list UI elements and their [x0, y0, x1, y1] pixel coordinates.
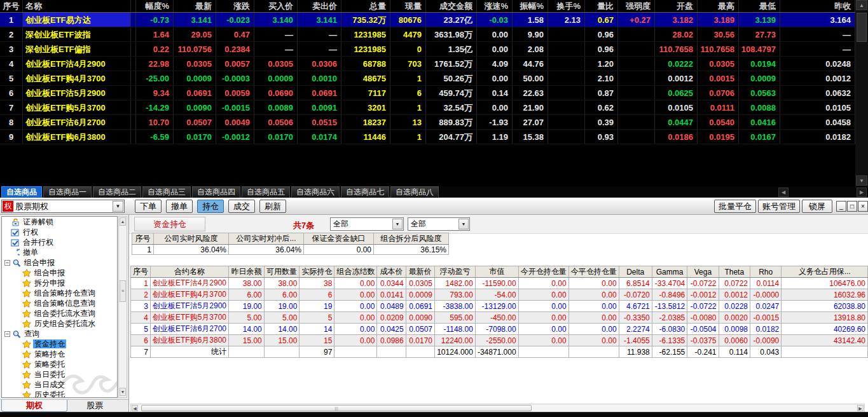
- risk-column-header[interactable]: 序号: [132, 233, 154, 245]
- watchlist-tab[interactable]: 自选商品一: [43, 186, 92, 198]
- positions-column-header[interactable]: 浮动盈亏: [435, 266, 476, 278]
- account-type-select[interactable]: 权股票期权 ▼: [1, 200, 125, 213]
- quote-row[interactable]: 8创业板ETF沽6月270010.700.05070.00490.05060.0…: [0, 115, 855, 130]
- positions-column-header[interactable]: Gamma: [652, 266, 687, 278]
- sidebar-item-策略持仓[interactable]: 策略持仓: [2, 349, 117, 359]
- tabs-scroll-left-icon[interactable]: ◀: [778, 188, 789, 197]
- quote-column-header[interactable]: 最高: [698, 0, 739, 12]
- positions-column-header[interactable]: Vega: [687, 266, 719, 278]
- positions-column-header[interactable]: 最新价: [406, 266, 434, 278]
- quote-column-header[interactable]: 序号: [0, 0, 23, 12]
- toolbar-button-锁屏[interactable]: 锁屏: [802, 200, 832, 213]
- sidebar-item-历史委托[interactable]: 历史委托: [2, 390, 117, 398]
- sidebar-item-证券解锁[interactable]: 证券解锁: [2, 217, 117, 227]
- quote-row[interactable]: 9创业板ETF购6月3800-6.590.0170-0.00120.01700.…: [0, 130, 855, 144]
- scroll-left-icon[interactable]: ◀: [132, 405, 138, 411]
- quote-column-header[interactable]: 卖出价: [298, 0, 341, 12]
- watchlist-tab[interactable]: 自选商品三: [142, 186, 191, 198]
- position-row[interactable]: 3创业板ETF沽5月290019.0019.00190.000.04890.06…: [131, 301, 868, 312]
- scrollbar-thumb[interactable]: |||: [141, 405, 532, 411]
- quote-column-header[interactable]: 涨跌: [216, 0, 254, 12]
- horizontal-scrollbar[interactable]: ◀ ||| ▶: [130, 404, 865, 413]
- sidebar-item-策略委托[interactable]: 策略委托: [2, 359, 117, 369]
- watchlist-tab[interactable]: 自选商品二: [93, 186, 141, 198]
- filter-select-1[interactable]: 全部 ▼: [330, 217, 404, 231]
- position-row[interactable]: 1创业板ETF沽4月290038.0038.00380.000.03440.03…: [131, 278, 868, 289]
- quote-column-header[interactable]: 涨速%: [477, 0, 513, 12]
- position-row[interactable]: 2创业板ETF购4月37006.006.0060.000.01410.00097…: [131, 289, 868, 301]
- chevron-down-icon[interactable]: ▼: [113, 201, 123, 212]
- toolbar-button-成交[interactable]: 成交: [228, 200, 255, 213]
- close-button[interactable]: ×: [858, 201, 868, 212]
- sidebar-item-组合申报[interactable]: −组合申报: [2, 257, 117, 268]
- positions-column-header[interactable]: 合约名称: [151, 266, 229, 278]
- sidebar-item-合并行权[interactable]: 合并行权: [2, 237, 117, 247]
- watchlist-tab[interactable]: 自选商品六: [291, 186, 340, 198]
- sidebar-item-历史组合委托流水[interactable]: 历史组合委托流水: [2, 318, 117, 329]
- quote-column-header[interactable]: 最新: [174, 0, 216, 12]
- quote-column-header[interactable]: 现量: [390, 0, 426, 12]
- quote-row[interactable]: 6创业板ETF沽5月29009.340.06910.00590.06900.06…: [0, 86, 855, 100]
- positions-column-header[interactable]: 序号: [131, 266, 151, 278]
- watchlist-tab[interactable]: 自选商品七: [341, 186, 389, 198]
- positions-column-header[interactable]: 昨日余额: [229, 266, 265, 278]
- risk-column-header[interactable]: 组合拆分后风险度: [374, 233, 449, 245]
- quote-vertical-scrollbar[interactable]: ▲ ▼: [855, 0, 868, 186]
- quote-row[interactable]: 4创业板ETF沽4月290022.980.03050.00570.03050.0…: [0, 57, 855, 71]
- sidebar-item-组合申报[interactable]: 组合申报: [2, 268, 117, 278]
- sidebar-item-组合策略持仓查询[interactable]: 组合策略持仓查询: [2, 288, 117, 298]
- scroll-right-icon[interactable]: ▶: [857, 405, 864, 411]
- watchlist-tab[interactable]: 自选商品八: [390, 186, 439, 198]
- sidebar-tab-股票[interactable]: 股票: [67, 400, 122, 412]
- sidebar-item-资金持仓[interactable]: 资金持仓: [2, 339, 117, 349]
- sidebar-item-组合策略信息查询[interactable]: 组合策略信息查询: [2, 298, 117, 308]
- quote-column-header[interactable]: 振幅%: [513, 0, 548, 12]
- risk-column-header[interactable]: 公司实时对冲后...: [229, 233, 304, 245]
- toolbar-button-下单[interactable]: 下单: [135, 200, 162, 213]
- scroll-up-icon[interactable]: ▲: [856, 0, 867, 10]
- position-row[interactable]: 7统计9710124.000-34871.00011.938-62.155-0.…: [131, 346, 868, 358]
- toolbar-button-账号管理[interactable]: 账号管理: [758, 200, 800, 213]
- quote-row[interactable]: 2深创业板ETF波指1.6429.050.47——123198544793631…: [0, 27, 855, 42]
- scroll-up-icon[interactable]: ▲: [120, 217, 126, 226]
- quote-column-header[interactable]: 名称: [23, 0, 131, 12]
- quote-row[interactable]: 3深创业板ETF偏指0.22110.07560.2384——123198501.…: [0, 42, 855, 57]
- scrollbar-thumb[interactable]: ≡: [120, 280, 126, 302]
- positions-column-header[interactable]: 可用数量: [264, 266, 300, 278]
- sidebar-item-行权[interactable]: 行权: [2, 227, 117, 237]
- sidebar-item-拆分申报[interactable]: 拆分申报: [2, 278, 117, 288]
- quote-row[interactable]: 5创业板ETF购4月3700-25.000.0009-0.00030.00090…: [0, 71, 855, 86]
- toolbar-button-刷新[interactable]: 刷新: [259, 200, 286, 213]
- quote-column-header[interactable]: 换手%: [548, 0, 585, 12]
- position-row[interactable]: 4创业板ETF购5月37005.005.0050.000.02090.00905…: [131, 312, 868, 324]
- quote-column-header[interactable]: [131, 0, 136, 12]
- toolbar-button-持仓[interactable]: 持仓: [197, 200, 224, 213]
- funds-positions-title-button[interactable]: 资金持仓: [134, 217, 205, 231]
- watchlist-tab[interactable]: 自选商品四: [192, 186, 240, 198]
- position-row[interactable]: 6创业板ETF购6月380015.0015.00150.000.09860.01…: [131, 335, 868, 346]
- tree-collapse-icon[interactable]: −: [4, 331, 10, 337]
- quote-row[interactable]: 1创业板ETF易方达-0.733.141-0.0233.1403.141735.…: [0, 13, 855, 27]
- quote-column-header[interactable]: 最低: [739, 0, 780, 12]
- toolbar-button-撤单[interactable]: 撤单: [166, 200, 193, 213]
- scroll-down-icon[interactable]: ▼: [120, 388, 126, 396]
- quote-column-header[interactable]: 买入价: [254, 0, 298, 12]
- quote-column-header[interactable]: 量比: [585, 0, 618, 12]
- quote-column-header[interactable]: 强弱度: [618, 0, 655, 12]
- positions-column-header[interactable]: Theta: [719, 266, 750, 278]
- positions-column-header[interactable]: Delta: [619, 266, 652, 278]
- positions-column-header[interactable]: 成本价: [377, 266, 406, 278]
- toolbar-button-批量平仓[interactable]: 批量平仓: [714, 200, 756, 213]
- watchlist-tab[interactable]: 自选商品: [1, 186, 42, 198]
- risk-column-header[interactable]: 保证金资金缺口: [304, 233, 374, 245]
- chevron-down-icon[interactable]: ▼: [458, 219, 469, 229]
- positions-column-header[interactable]: Rho: [750, 266, 782, 278]
- quote-row[interactable]: 7创业板ETF购5月3700-14.290.0090-0.00150.00890…: [0, 100, 855, 115]
- sidebar-item-撤单[interactable]: 撤单: [2, 247, 117, 257]
- quote-column-header[interactable]: 昨收: [780, 0, 855, 12]
- sidebar-item-当日委托[interactable]: 当日委托: [2, 369, 117, 379]
- sidebar-item-当日成交[interactable]: 当日成交: [2, 379, 117, 390]
- filter-select-2[interactable]: 全部 ▼: [408, 217, 470, 231]
- maximize-button[interactable]: □: [847, 201, 857, 212]
- tabs-scroll-right-icon[interactable]: ▶: [857, 188, 867, 197]
